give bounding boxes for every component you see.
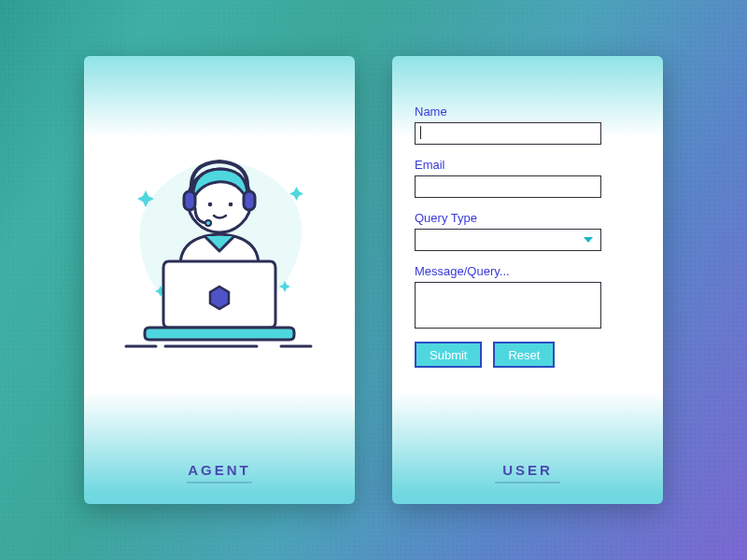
submit-button[interactable]: Submit [415, 342, 482, 368]
query-type-field-group: Query Type [415, 211, 641, 251]
user-card-title: USER [495, 462, 560, 483]
name-label: Name [415, 105, 641, 119]
message-field-group: Message/Query... [415, 264, 641, 329]
agent-card-title: AGENT [187, 462, 252, 483]
query-type-select[interactable] [415, 229, 601, 251]
svg-point-2 [229, 203, 233, 207]
text-cursor-icon [420, 126, 421, 139]
chevron-down-icon [584, 237, 593, 243]
form-buttons: Submit Reset [415, 342, 641, 368]
message-textarea[interactable] [415, 282, 601, 329]
agent-card: AGENT [84, 56, 355, 504]
email-field-group: Email [415, 158, 641, 198]
email-label: Email [415, 158, 641, 172]
svg-point-5 [205, 220, 211, 226]
email-input[interactable] [415, 175, 601, 198]
query-type-label: Query Type [415, 211, 641, 225]
contact-form: Name Email Query Type Message/Query... S… [415, 105, 641, 368]
svg-rect-3 [184, 191, 195, 210]
svg-rect-4 [244, 191, 255, 210]
name-input[interactable] [415, 122, 601, 145]
reset-button[interactable]: Reset [493, 342, 555, 368]
agent-illustration [107, 126, 331, 387]
name-field-group: Name [415, 105, 641, 145]
message-label: Message/Query... [415, 264, 641, 278]
user-card: Name Email Query Type Message/Query... S… [392, 56, 663, 504]
svg-point-1 [208, 203, 213, 207]
